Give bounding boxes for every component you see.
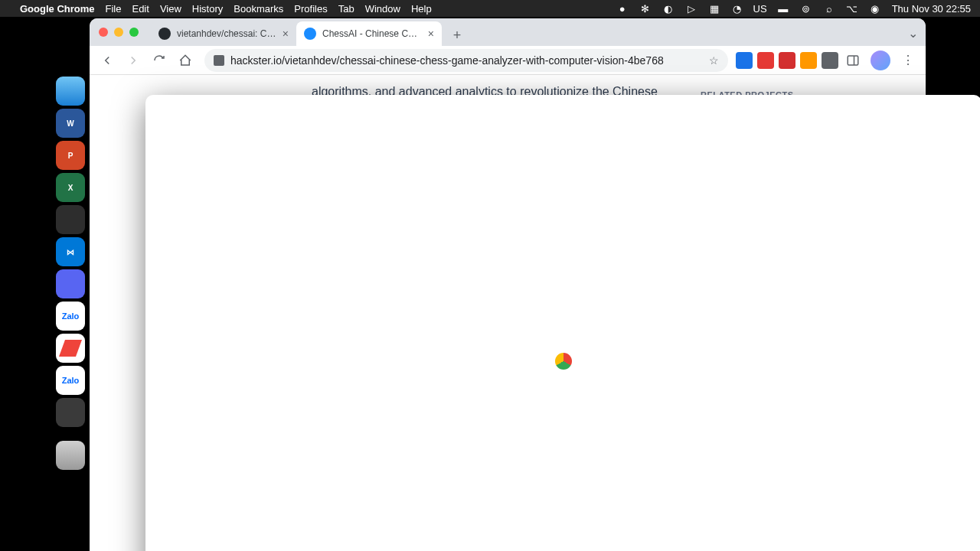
dock-discord[interactable] xyxy=(56,269,85,298)
tab-title: vietanhdev/chessai: Chinese xyxy=(177,28,276,39)
reload-button[interactable] xyxy=(148,49,171,72)
dock: W P X ⋈ Zalo Zalo xyxy=(56,77,88,470)
url-text: hackster.io/vietanhdev/chessai-chinese-c… xyxy=(230,54,703,67)
search-icon[interactable]: ⌕ xyxy=(823,2,835,15)
settings-icon[interactable]: ✻ xyxy=(639,2,652,15)
battery-icon[interactable]: ▬ xyxy=(777,2,789,15)
wifi-icon[interactable]: ⊚ xyxy=(800,2,812,15)
dock-vscode[interactable]: ⋈ xyxy=(56,237,85,266)
clock[interactable]: Thu Nov 30 22:55 xyxy=(892,3,971,15)
tab-title: ChessAI - Chinese Chess Ga xyxy=(322,28,422,39)
macos-menubar: Google Chrome File Edit View History Boo… xyxy=(0,0,980,17)
tab-hackster[interactable]: ChessAI - Chinese Chess Ga × xyxy=(296,21,442,46)
hackster-favicon xyxy=(304,28,316,40)
toolbar: hackster.io/vietanhdev/chessai-chinese-c… xyxy=(90,46,926,75)
menu-help[interactable]: Help xyxy=(411,3,432,15)
status-icon[interactable]: ◐ xyxy=(662,2,675,15)
window-minimize[interactable] xyxy=(114,28,123,37)
clock-icon[interactable]: ◔ xyxy=(731,2,743,15)
window-zoom[interactable] xyxy=(129,28,139,37)
tab-close-icon[interactable]: × xyxy=(428,28,434,40)
tab-github[interactable]: vietanhdev/chessai: Chinese × xyxy=(151,21,296,46)
menu-profiles[interactable]: Profiles xyxy=(294,3,327,15)
dock-terminal[interactable] xyxy=(56,205,85,234)
svg-rect-0 xyxy=(848,56,858,65)
record-icon[interactable]: ● xyxy=(616,2,629,15)
menu-file[interactable]: File xyxy=(106,3,122,15)
tab-close-icon[interactable]: × xyxy=(283,28,289,40)
menu-history[interactable]: History xyxy=(192,3,223,15)
dock-trash[interactable] xyxy=(56,441,85,470)
menu-view[interactable]: View xyxy=(160,3,181,15)
menu-bookmarks[interactable]: Bookmarks xyxy=(234,3,283,15)
profile-avatar[interactable] xyxy=(871,51,890,70)
dock-word[interactable]: W xyxy=(56,109,85,138)
menu-window[interactable]: Window xyxy=(365,3,400,15)
tabstrip: vietanhdev/chessai: Chinese × ChessAI - … xyxy=(90,18,926,46)
dock-excel[interactable]: X xyxy=(56,173,85,202)
extension-icon[interactable] xyxy=(757,52,774,69)
dock-finder[interactable] xyxy=(56,77,85,106)
dock-anydesk[interactable] xyxy=(56,334,85,363)
dock-quicktime[interactable] xyxy=(56,398,85,427)
extensions-puzzle-icon[interactable] xyxy=(822,52,838,69)
bookmark-icon[interactable]: ☆ xyxy=(709,54,719,67)
dock-zalo[interactable]: Zalo xyxy=(56,302,85,331)
dock-chrome[interactable] xyxy=(145,95,980,551)
play-icon[interactable]: ▷ xyxy=(685,2,697,15)
extension-icon[interactable] xyxy=(779,52,795,69)
side-panel-icon[interactable] xyxy=(841,49,864,72)
grid-icon[interactable]: ▦ xyxy=(708,2,720,15)
forward-button[interactable] xyxy=(122,49,145,72)
menu-tab[interactable]: Tab xyxy=(338,3,354,15)
app-name[interactable]: Google Chrome xyxy=(20,3,95,15)
new-tab-button[interactable]: + xyxy=(446,24,468,46)
site-info-icon[interactable] xyxy=(214,55,224,66)
menu-edit[interactable]: Edit xyxy=(132,3,149,15)
extension-icon[interactable] xyxy=(736,52,753,69)
home-button[interactable] xyxy=(174,49,197,72)
dock-zalo-2[interactable]: Zalo xyxy=(56,366,85,395)
back-button[interactable] xyxy=(96,49,119,72)
chrome-menu-icon[interactable]: ⋮ xyxy=(897,49,920,72)
dock-powerpoint[interactable]: P xyxy=(56,141,85,170)
siri-icon[interactable]: ◉ xyxy=(869,2,881,15)
tabs-menu-icon[interactable]: ⌄ xyxy=(908,26,918,41)
input-source[interactable]: US xyxy=(754,2,766,15)
url-bar[interactable]: hackster.io/vietanhdev/chessai-chinese-c… xyxy=(204,49,728,72)
window-close[interactable] xyxy=(99,28,108,37)
github-favicon xyxy=(158,28,171,40)
extension-icon[interactable] xyxy=(800,52,817,69)
control-center-icon[interactable]: ⌥ xyxy=(846,2,858,15)
